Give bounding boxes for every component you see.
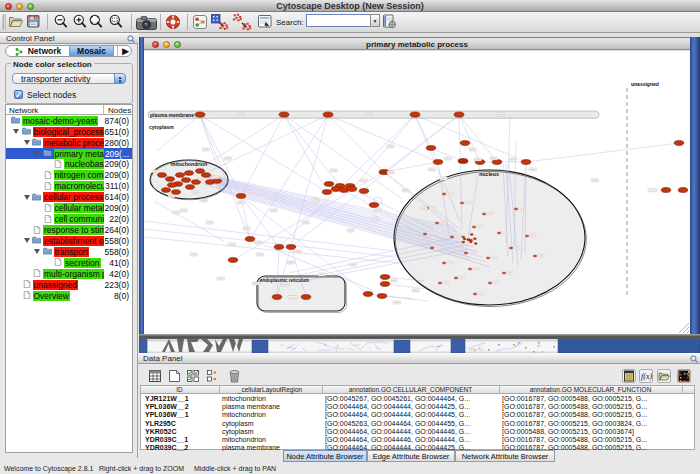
svg-text:mitochondrion: mitochondrion xyxy=(171,161,207,167)
svg-text:plasma membrane: plasma membrane xyxy=(150,112,194,118)
svg-text:unassigned: unassigned xyxy=(631,81,659,87)
svg-text:f(x): f(x) xyxy=(641,372,652,381)
svg-text:cytoplasm: cytoplasm xyxy=(149,124,174,130)
svg-text:nucleus: nucleus xyxy=(479,171,499,177)
